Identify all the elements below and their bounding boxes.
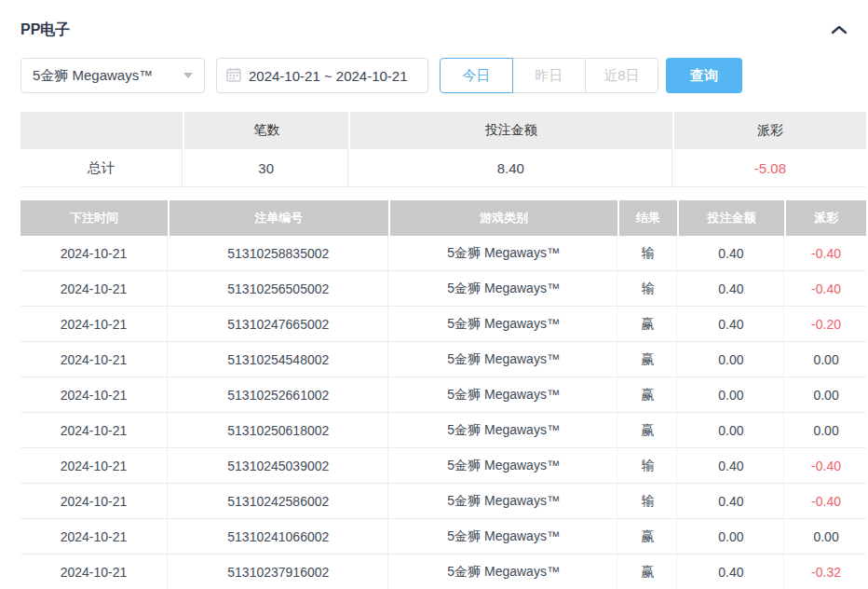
- bet-time-cell: 2024-10-21: [20, 377, 168, 412]
- summary-table: 笔数 投注金额 派彩 总计 30 8.40 -5.08: [20, 112, 866, 187]
- order-no-cell: 51310252661002: [170, 377, 388, 412]
- order-no-cell: 51310250618002: [170, 413, 388, 447]
- bet-time-cell: 2024-10-21: [20, 519, 168, 554]
- bet-amount-cell: 0.40: [679, 555, 784, 589]
- table-row: 2024-10-21 51310247665002 5金狮 Megaways™ …: [20, 307, 866, 342]
- bet-time-cell: 2024-10-21: [20, 413, 168, 447]
- result-cell: 赢: [619, 307, 676, 341]
- game-category-cell: 5金狮 Megaways™: [390, 307, 618, 341]
- game-select-value: 5金狮 Megaways™: [33, 67, 153, 85]
- table-row: 2024-10-21 51310256505002 5金狮 Megaways™ …: [20, 271, 866, 307]
- bet-amount-cell: 0.40: [679, 236, 784, 270]
- bet-time-cell: 2024-10-21: [20, 342, 168, 377]
- result-cell: 输: [619, 484, 676, 518]
- summary-header-payout: 派彩: [674, 112, 866, 149]
- summary-total-bet-amount: 8.40: [350, 149, 672, 186]
- payout-cell: -0.40: [786, 236, 866, 270]
- bet-amount-cell: 0.40: [679, 484, 784, 518]
- result-cell: 赢: [619, 413, 676, 447]
- payout-cell: -0.40: [786, 484, 866, 518]
- result-cell: 输: [619, 271, 676, 306]
- order-no-cell: 51310245039002: [170, 448, 388, 483]
- panel-header: PP电子: [20, 19, 866, 41]
- order-no-cell: 51310258835002: [170, 236, 388, 270]
- payout-cell: -0.40: [786, 448, 866, 483]
- summary-total-count: 30: [184, 149, 347, 186]
- table-row: 2024-10-21 51310237916002 5金狮 Megaways™ …: [20, 555, 866, 589]
- result-cell: 赢: [619, 342, 676, 377]
- game-category-cell: 5金狮 Megaways™: [390, 484, 618, 518]
- payout-cell: 0.00: [786, 377, 866, 412]
- bet-time-cell: 2024-10-21: [20, 448, 168, 483]
- bet-amount-cell: 0.00: [679, 413, 784, 447]
- header-bet-time: 下注时间: [20, 200, 168, 236]
- result-cell: 赢: [619, 377, 676, 412]
- payout-cell: 0.00: [786, 342, 866, 377]
- result-cell: 输: [619, 448, 676, 483]
- game-select[interactable]: 5金狮 Megaways™: [20, 58, 205, 93]
- records-table-body: 2024-10-21 51310258835002 5金狮 Megaways™ …: [20, 236, 866, 589]
- game-category-cell: 5金狮 Megaways™: [390, 236, 618, 270]
- summary-header-blank: [20, 112, 183, 149]
- summary-total-row: 总计 30 8.40 -5.08: [20, 149, 866, 187]
- filter-row: 5金狮 Megaways™ 2024-10-21 ~ 2024-10-21 今日…: [20, 58, 866, 93]
- summary-total-label: 总计: [20, 149, 183, 186]
- table-row: 2024-10-21 51310254548002 5金狮 Megaways™ …: [20, 342, 866, 377]
- quick-filter-group: 今日 昨日 近8日: [440, 58, 658, 93]
- summary-total-payout: -5.08: [674, 149, 866, 186]
- game-category-cell: 5金狮 Megaways™: [390, 377, 618, 412]
- bet-time-cell: 2024-10-21: [20, 307, 168, 341]
- order-no-cell: 51310242586002: [170, 484, 388, 518]
- pp-games-panel: PP电子 5金狮 Megaways™ 2024-10-21 ~ 2024-10-…: [0, 0, 868, 589]
- game-category-cell: 5金狮 Megaways™: [390, 448, 618, 483]
- table-row: 2024-10-21 51310258835002 5金狮 Megaways™ …: [20, 236, 866, 271]
- payout-cell: -0.32: [786, 555, 866, 589]
- quick-filter-today[interactable]: 今日: [440, 58, 513, 93]
- bet-amount-cell: 0.40: [679, 448, 784, 483]
- order-no-cell: 51310247665002: [170, 307, 388, 341]
- game-category-cell: 5金狮 Megaways™: [390, 413, 618, 447]
- result-cell: 赢: [619, 555, 676, 589]
- bet-time-cell: 2024-10-21: [20, 236, 168, 270]
- result-cell: 输: [619, 236, 676, 270]
- game-category-cell: 5金狮 Megaways™: [390, 555, 618, 589]
- bet-amount-cell: 0.40: [679, 307, 784, 341]
- collapse-panel-button[interactable]: [829, 22, 849, 37]
- bet-amount-cell: 0.40: [679, 271, 784, 306]
- bet-amount-cell: 0.00: [679, 342, 784, 377]
- header-payout: 派彩: [786, 200, 866, 236]
- date-range-value: 2024-10-21 ~ 2024-10-21: [249, 68, 408, 84]
- caret-down-icon: [183, 73, 193, 78]
- result-cell: 赢: [619, 519, 676, 554]
- order-no-cell: 51310241066002: [170, 519, 388, 554]
- header-game-category: 游戏类别: [390, 200, 618, 236]
- order-no-cell: 51310237916002: [170, 555, 388, 589]
- query-button[interactable]: 查询: [666, 58, 742, 93]
- records-table-header: 下注时间 注单编号 游戏类别 结果 投注金额 派彩: [20, 200, 866, 236]
- payout-cell: -0.40: [786, 271, 866, 306]
- payout-cell: 0.00: [786, 519, 866, 554]
- header-order-no: 注单编号: [170, 200, 388, 236]
- bet-time-cell: 2024-10-21: [20, 484, 168, 518]
- game-category-cell: 5金狮 Megaways™: [390, 342, 618, 377]
- table-row: 2024-10-21 51310241066002 5金狮 Megaways™ …: [20, 519, 866, 555]
- quick-filter-last8days[interactable]: 近8日: [585, 58, 658, 93]
- table-row: 2024-10-21 51310245039002 5金狮 Megaways™ …: [20, 448, 866, 484]
- table-row: 2024-10-21 51310252661002 5金狮 Megaways™ …: [20, 377, 866, 413]
- quick-filter-yesterday[interactable]: 昨日: [512, 58, 586, 93]
- bet-time-cell: 2024-10-21: [20, 555, 168, 589]
- summary-table-header: 笔数 投注金额 派彩: [20, 112, 866, 149]
- summary-header-count: 笔数: [184, 112, 347, 149]
- date-range-picker[interactable]: 2024-10-21 ~ 2024-10-21: [216, 58, 428, 93]
- calendar-icon: [226, 67, 241, 85]
- table-row: 2024-10-21 51310250618002 5金狮 Megaways™ …: [20, 413, 866, 448]
- payout-cell: 0.00: [786, 413, 866, 447]
- summary-header-bet-amount: 投注金额: [350, 112, 672, 149]
- game-category-cell: 5金狮 Megaways™: [390, 519, 618, 554]
- bet-time-cell: 2024-10-21: [20, 271, 168, 306]
- chevron-up-icon: [831, 24, 848, 38]
- header-result: 结果: [619, 200, 676, 236]
- panel-title: PP电子: [20, 21, 70, 40]
- game-category-cell: 5金狮 Megaways™: [390, 271, 618, 306]
- payout-cell: -0.20: [786, 307, 866, 341]
